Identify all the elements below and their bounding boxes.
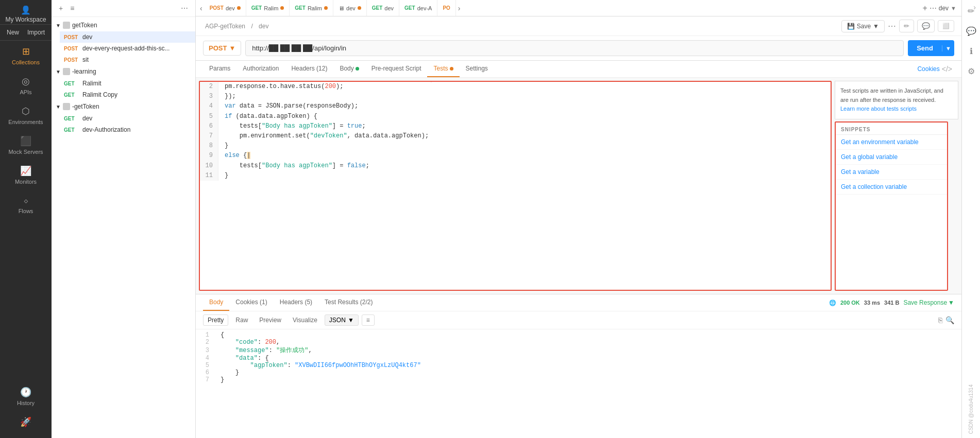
response-area: Body Cookies (1) Headers (5) Test Result… xyxy=(196,294,961,438)
tab-headers[interactable]: Headers (12) xyxy=(285,61,333,77)
line-number: 10 xyxy=(200,161,218,171)
chat-button[interactable]: 💬 xyxy=(917,20,935,32)
tree-item-post-dev-every[interactable]: POST dev-every-request-add-this-sc... xyxy=(60,43,195,54)
tab-po[interactable]: PO xyxy=(437,0,455,16)
format-pretty-button[interactable]: Pretty xyxy=(203,314,228,326)
tab-post-dev[interactable]: POST dev xyxy=(205,0,246,16)
tab-params[interactable]: Params xyxy=(203,61,236,77)
snippet-get-collection-var[interactable]: Get a collection variable xyxy=(836,180,947,195)
code-line-3: 3 }); xyxy=(200,92,831,101)
rs-info-circle-icon[interactable]: ℹ xyxy=(968,44,975,58)
res-line-number: 5 xyxy=(196,362,214,369)
tab-options-button[interactable]: ⋯ xyxy=(930,4,937,12)
method-get-badge: GET xyxy=(64,116,80,121)
more-collections-button[interactable]: ⋯ xyxy=(179,3,190,13)
save-chevron: ▼ xyxy=(873,23,879,30)
tab-authorization[interactable]: Authorization xyxy=(236,61,285,77)
search-response-button[interactable]: 🔍 xyxy=(945,316,954,324)
new-tab-button[interactable]: + xyxy=(922,4,927,13)
add-collection-button[interactable]: + xyxy=(57,3,65,13)
res-tab-headers[interactable]: Headers (5) xyxy=(274,294,318,311)
sidebar-item-mock-servers[interactable]: ⬛ Mock Servers xyxy=(0,130,52,160)
sidebar-nav: ⊞ Collections ◎ APIs ⬡ Environments ⬛ Mo… xyxy=(0,41,52,381)
sidebar-item-collections[interactable]: ⊞ Collections xyxy=(0,41,52,71)
workspace-dropdown-button[interactable]: ▼ xyxy=(951,5,956,11)
method-get-badge: GET xyxy=(64,81,80,86)
tab-label-dev2: dev xyxy=(346,5,356,11)
sidebar-item-rocket[interactable]: 🚀 xyxy=(0,411,52,433)
res-tab-body[interactable]: Body xyxy=(203,294,229,311)
tree-item-get-ralimit[interactable]: GET Ralimit xyxy=(60,78,195,89)
sidebar-item-apis[interactable]: ◎ APIs xyxy=(0,71,52,100)
format-visualize-button[interactable]: Visualize xyxy=(289,315,322,325)
tab-icon-label: 🖥 xyxy=(339,5,344,11)
tab-get-ralim1[interactable]: GET Ralim xyxy=(246,0,290,16)
tab-get-ralim2[interactable]: GET Ralim xyxy=(290,0,333,16)
folder-learning[interactable]: ▼ -learning xyxy=(52,65,195,78)
code-editor[interactable]: 2 pm.response.to.have.status(200); 3 });… xyxy=(199,81,832,291)
save-icon: 💾 xyxy=(847,23,855,30)
sidebar-item-monitors[interactable]: 📈 Monitors xyxy=(0,160,52,190)
rs-settings-icon[interactable]: ⚙ xyxy=(966,64,977,78)
code-view-button[interactable]: </> xyxy=(940,63,954,75)
format-type-select[interactable]: JSON ▼ xyxy=(325,314,359,326)
tree-item-get-dev[interactable]: GET dev xyxy=(60,113,195,124)
left-panel: + ≡ ⋯ ▼ getToken POST dev POST dev-every… xyxy=(52,0,196,438)
sidebar-item-environments[interactable]: ⬡ Environments xyxy=(0,100,52,130)
learning-children: GET Ralimit GET Ralimit Copy xyxy=(52,78,195,100)
res-tab-test-results[interactable]: Test Results (2/2) xyxy=(318,294,379,311)
tree-item-post-sit[interactable]: POST sit xyxy=(60,54,195,65)
more-button[interactable]: ⋯ xyxy=(888,21,896,31)
new-button[interactable]: New xyxy=(4,28,22,37)
snippet-get-var[interactable]: Get a variable xyxy=(836,165,947,180)
tab-next-button[interactable]: › xyxy=(456,4,463,12)
tab-icon-dev[interactable]: 🖥 dev xyxy=(333,0,367,16)
expand-button[interactable]: ⬜ xyxy=(938,20,954,32)
sidebar-item-history[interactable]: 🕐 History xyxy=(0,381,52,411)
line-number: 2 xyxy=(200,82,218,92)
cookies-link[interactable]: Cookies xyxy=(917,61,939,77)
tests-dot xyxy=(450,67,453,71)
tab-get-dev[interactable]: GET dev xyxy=(367,0,399,16)
copy-response-button[interactable]: ⎘ xyxy=(938,316,942,324)
history-icon: 🕐 xyxy=(20,387,31,398)
tree-item-get-dev-auth[interactable]: GET dev-Authorization xyxy=(60,124,195,135)
send-button[interactable]: Send ▼ xyxy=(908,40,954,56)
send-arrow-icon[interactable]: ▼ xyxy=(942,45,954,51)
tab-tests[interactable]: Tests xyxy=(427,61,459,77)
method-select[interactable]: POST ▼ xyxy=(203,41,241,56)
save-button[interactable]: 💾 Save ▼ xyxy=(841,20,885,32)
save-response-chevron: ▼ xyxy=(948,299,954,306)
url-input[interactable] xyxy=(245,40,904,56)
tree-item-get-ralimit-copy[interactable]: GET Ralimit Copy xyxy=(60,89,195,100)
sidebar-item-flows[interactable]: ⬦ Flows xyxy=(0,190,52,219)
line-number: 7 xyxy=(200,131,218,141)
res-tabs-bar: Body Cookies (1) Headers (5) Test Result… xyxy=(196,294,961,311)
tab-prev-button[interactable]: ‹ xyxy=(198,4,205,12)
learn-more-link[interactable]: Learn more about tests scripts xyxy=(840,106,917,112)
save-response-button[interactable]: Save Response ▼ xyxy=(903,299,954,306)
format-raw-button[interactable]: Raw xyxy=(231,315,252,325)
folder-gettoken2[interactable]: ▼ -getToken xyxy=(52,100,195,113)
chevron-down-icon: ▼ xyxy=(56,69,61,75)
format-preview-button[interactable]: Preview xyxy=(255,315,285,325)
res-line-number: 2 xyxy=(196,339,214,346)
code-lines: 2 pm.response.to.have.status(200); 3 });… xyxy=(200,82,831,181)
res-tab-cookies[interactable]: Cookies (1) xyxy=(229,294,273,311)
filter-response-button[interactable]: ≡ xyxy=(362,314,375,326)
tab-get-deva[interactable]: GET dev-A xyxy=(399,0,437,16)
edit-button[interactable]: ✏ xyxy=(899,20,914,32)
snippet-get-env-var[interactable]: Get an environment variable xyxy=(836,135,947,150)
tab-pre-request[interactable]: Pre-request Script xyxy=(365,61,428,77)
res-line-number: 1 xyxy=(196,331,214,339)
import-button[interactable]: Import xyxy=(24,28,48,37)
rs-chat-icon[interactable]: 💬 xyxy=(964,24,978,38)
method-post-badge: POST xyxy=(64,57,80,63)
filter-button[interactable]: ≡ xyxy=(68,3,76,13)
folder-getToken[interactable]: ▼ getToken xyxy=(52,19,195,31)
tree-item-post-dev[interactable]: POST dev xyxy=(60,31,195,43)
tab-body[interactable]: Body xyxy=(333,61,365,77)
tab-settings[interactable]: Settings xyxy=(460,61,494,77)
rocket-icon: 🚀 xyxy=(20,416,31,428)
snippet-get-global-var[interactable]: Get a global variable xyxy=(836,150,947,165)
